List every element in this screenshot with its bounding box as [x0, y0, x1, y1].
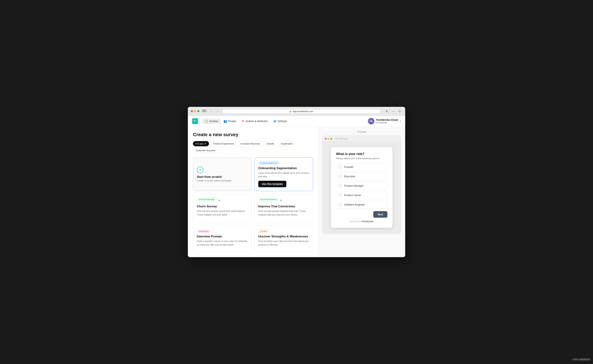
- option-software-engineer[interactable]: Software Engineer: [336, 201, 387, 209]
- watermark: CSDN @杨浦老苏: [572, 358, 590, 361]
- share-button[interactable]: ⬆: [384, 109, 389, 114]
- user-name: Formbricks Cloud: [376, 118, 398, 121]
- maximize-button[interactable]: [197, 110, 199, 112]
- minimize-button[interactable]: [194, 110, 196, 112]
- trial-title: Improve Trial Conversion: [258, 205, 309, 208]
- preview-browser: Your web app What is your role? Please s…: [323, 136, 401, 234]
- back-button[interactable]: ‹: [209, 109, 213, 113]
- interview-title: Interview Prompt: [197, 235, 248, 238]
- featured-badge: Product Experience: [258, 161, 280, 165]
- people-icon: 👥: [223, 119, 227, 123]
- preview-app-label: Your web app: [334, 137, 348, 140]
- tab-product-experience-label: Product Experience: [213, 142, 234, 145]
- tab-customer-success[interactable]: Customer Success: [193, 148, 218, 153]
- scratch-card[interactable]: + Start from scratch Create a survey wit…: [193, 157, 252, 191]
- browser-window: ‹ › 🔒 app.formbricks.com ⬆ + ⊡ F 📋 Surve…: [188, 107, 405, 257]
- new-tab-button[interactable]: +: [391, 109, 396, 114]
- option-executive[interactable]: Executive: [336, 172, 387, 180]
- preview-browser-bar: Your web app: [323, 136, 401, 142]
- nav-item-surveys[interactable]: 📋 Surveys: [202, 118, 221, 124]
- address-text: app.formbricks.com: [293, 110, 313, 113]
- browser-chrome: ‹ › 🔒 app.formbricks.com ⬆ + ⊡: [188, 107, 405, 116]
- page-title: Create a new survey: [193, 132, 313, 137]
- tab-product-experience[interactable]: Product Experience: [210, 141, 236, 146]
- split-view-button[interactable]: ⊡: [397, 109, 402, 114]
- user-menu-chevron[interactable]: ▾: [400, 120, 401, 123]
- tab-for-you[interactable]: For you ✦: [193, 141, 209, 146]
- scratch-desc: Create a survey without template.: [197, 179, 232, 182]
- trial-desc: Find out why people stopped their trial.…: [258, 209, 309, 216]
- address-bar[interactable]: 🔒 app.formbricks.com: [222, 109, 381, 114]
- tab-increase-revenue[interactable]: Increase Revenue: [238, 141, 262, 146]
- nav-item-settings[interactable]: ⚙️ Settings: [271, 118, 289, 124]
- browser-actions: ⬆ + ⊡: [384, 109, 402, 114]
- trial-filter-icon: ⚙: [280, 199, 282, 202]
- option-product-owner-label: Product Owner: [344, 194, 361, 197]
- interview-desc: Invite a specific subset of your users t…: [197, 239, 248, 247]
- option-product-manager-label: Product Manager: [344, 184, 364, 187]
- card-churn-survey[interactable]: Increase Revenue ⚙ Churn Survey Find out…: [193, 194, 252, 223]
- card-subscription-experience[interactable]: Increase Revenue Changing subscription e…: [193, 256, 252, 257]
- preview-dot-red: [325, 138, 326, 140]
- interview-badge: Exploration: [197, 230, 211, 233]
- forward-button[interactable]: ›: [215, 109, 220, 113]
- churn-badge-row: Increase Revenue ⚙: [197, 198, 248, 203]
- survey-grid: + Start from scratch Create a survey wit…: [193, 157, 313, 257]
- featured-desc: Learn more about who signed up to your p…: [258, 171, 309, 178]
- survey-builder: Create a new survey For you ✦ Product Ex…: [188, 127, 318, 257]
- tab-exploration-label: Exploration: [281, 142, 293, 145]
- tab-growth-label: Growth: [267, 142, 274, 145]
- card-customer-goals[interactable]: Product Experience Identify Customer Goa…: [254, 256, 313, 257]
- trial-badge: Increase Revenue: [258, 198, 278, 201]
- tab-customer-success-label: Customer Success: [195, 149, 215, 152]
- card-interview-prompt[interactable]: Exploration Interview Prompt Invite a sp…: [193, 226, 252, 253]
- app-container: F 📋 Surveys 👥 People 🔻 Actions & Attribu…: [188, 116, 405, 257]
- logo-text: F: [194, 119, 196, 123]
- nav-item-actions[interactable]: 🔻 Actions & Attributes: [239, 118, 270, 124]
- actions-label: Actions & Attributes: [246, 120, 268, 123]
- nav-right: FB Formbricks Cloud Formbricks ▾: [368, 118, 401, 124]
- main-content: Create a new survey For you ✦ Product Ex…: [188, 127, 405, 257]
- lock-icon: 🔒: [289, 110, 292, 112]
- scratch-title: Start from scratch: [197, 175, 222, 179]
- close-button[interactable]: [191, 110, 193, 112]
- sidebar-toggle[interactable]: [202, 109, 207, 113]
- preview-content: What is your role? Please select one of …: [323, 142, 401, 233]
- use-template-button[interactable]: Use this template: [258, 181, 287, 187]
- card-strengths-weaknesses[interactable]: Growth Uncover Strengths & Weaknesses Fi…: [254, 226, 313, 253]
- option-founder-label: Founder: [344, 166, 353, 169]
- option-founder[interactable]: Founder: [336, 163, 387, 171]
- option-executive-label: Executive: [344, 175, 355, 178]
- preview-dot-yellow: [328, 138, 329, 140]
- radio-product-owner: [339, 194, 342, 197]
- modal-subtitle: Please select one of the following optio…: [336, 157, 387, 160]
- next-button[interactable]: Next: [373, 211, 387, 218]
- powered-by: Powered by Formbricks: [336, 220, 387, 223]
- people-label: People: [228, 120, 236, 123]
- tab-growth[interactable]: Growth: [264, 141, 277, 146]
- option-software-engineer-label: Software Engineer: [344, 203, 365, 206]
- featured-title: Onboarding Segmentation: [258, 166, 309, 170]
- option-product-owner[interactable]: Product Owner: [336, 191, 387, 199]
- nav-items: 📋 Surveys 👥 People 🔻 Actions & Attribute…: [202, 118, 289, 124]
- actions-icon: 🔻: [241, 119, 245, 123]
- strengths-desc: Find out what users like and don't like …: [258, 239, 309, 247]
- featured-card[interactable]: Product Experience Onboarding Segmentati…: [254, 157, 313, 191]
- user-avatar: FB: [368, 118, 374, 124]
- radio-founder: [339, 165, 342, 169]
- tab-exploration[interactable]: Exploration: [278, 141, 296, 146]
- surveys-icon: 📋: [204, 119, 208, 123]
- top-nav: F 📋 Surveys 👥 People 🔻 Actions & Attribu…: [188, 116, 405, 127]
- scratch-icon: +: [197, 167, 203, 173]
- survey-modal: What is your role? Please select one of …: [331, 147, 392, 228]
- user-org: Formbricks: [376, 121, 398, 124]
- user-info: Formbricks Cloud Formbricks: [376, 118, 398, 124]
- nav-item-people[interactable]: 👥 People: [221, 118, 238, 124]
- card-trial-conversion[interactable]: Increase Revenue ⚙ Improve Trial Convers…: [254, 194, 313, 223]
- option-product-manager[interactable]: Product Manager: [336, 182, 387, 190]
- modal-question: What is your role?: [336, 152, 387, 156]
- tab-increase-revenue-label: Increase Revenue: [241, 142, 260, 145]
- settings-icon: ⚙️: [273, 119, 277, 123]
- traffic-lights: [191, 110, 199, 112]
- preview-dot-green: [330, 138, 332, 140]
